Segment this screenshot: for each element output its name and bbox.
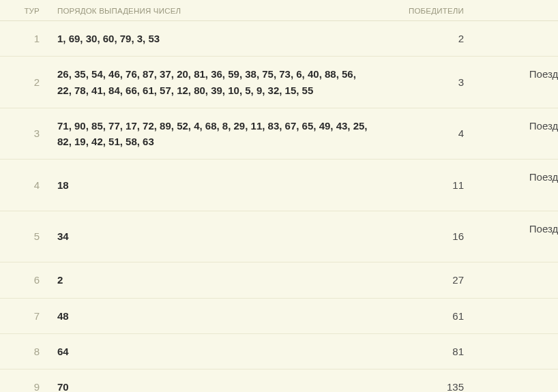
cell-prize: 41 481 bbox=[478, 262, 558, 298]
cell-numbers: 2 bbox=[52, 262, 377, 298]
results-table: ТУР ПОРЯДОК ВЫПАДЕНИЯ ЧИСЕЛ ПОБЕДИТЕЛИ В… bbox=[0, 0, 558, 392]
cell-winners: 3 bbox=[377, 57, 478, 108]
cell-round: 2 bbox=[0, 57, 52, 108]
table-row: 1 1, 69, 30, 60, 79, 3, 53 2 210 000 bbox=[0, 21, 558, 57]
table-row: 4 18 11 Поездка в Санкт-Петербург bbox=[0, 160, 558, 211]
table-row: 9 70 135 5 000 bbox=[0, 370, 558, 393]
cell-winners: 11 bbox=[377, 160, 478, 211]
cell-numbers: 34 bbox=[52, 211, 377, 262]
cell-prize: Поездка в Санкт-Петербург bbox=[478, 160, 558, 211]
cell-numbers: 18 bbox=[52, 160, 377, 211]
cell-winners: 135 bbox=[377, 370, 478, 393]
results-table-container: ТУР ПОРЯДОК ВЫПАДЕНИЯ ЧИСЕЛ ПОБЕДИТЕЛИ В… bbox=[0, 0, 558, 392]
cell-winners: 2 bbox=[377, 21, 478, 57]
table-row: 7 48 61 5 000 bbox=[0, 298, 558, 333]
cell-numbers: 1, 69, 30, 60, 79, 3, 53 bbox=[52, 21, 377, 57]
cell-round: 1 bbox=[0, 21, 52, 57]
cell-round: 4 bbox=[0, 160, 52, 211]
header-prize: ВЫИГРЫШ bbox=[478, 0, 558, 21]
cell-prize: 5 000 bbox=[478, 298, 558, 333]
cell-winners: 61 bbox=[377, 298, 478, 333]
cell-winners: 4 bbox=[377, 108, 478, 160]
cell-round: 8 bbox=[0, 333, 52, 369]
cell-round: 9 bbox=[0, 370, 52, 393]
cell-winners: 27 bbox=[377, 262, 478, 298]
cell-prize: 5 000 bbox=[478, 333, 558, 369]
table-row: 3 71, 90, 85, 77, 17, 72, 89, 52, 4, 68,… bbox=[0, 108, 558, 160]
cell-round: 5 bbox=[0, 211, 52, 262]
cell-numbers: 64 bbox=[52, 333, 377, 369]
cell-prize: Поездка в Санкт-Петербург bbox=[478, 108, 558, 160]
header-numbers: ПОРЯДОК ВЫПАДЕНИЯ ЧИСЕЛ bbox=[52, 0, 377, 21]
cell-numbers: 70 bbox=[52, 370, 377, 393]
cell-prize: Поездка в Санкт-Петербург bbox=[478, 57, 558, 108]
cell-prize: Поездка в Санкт-Петербург bbox=[478, 211, 558, 262]
header-round: ТУР bbox=[0, 0, 52, 21]
table-row: 5 34 16 Поездка в Санкт-Петербург bbox=[0, 211, 558, 262]
table-row: 8 64 81 5 000 bbox=[0, 333, 558, 369]
table-row: 2 26, 35, 54, 46, 76, 87, 37, 20, 81, 36… bbox=[0, 57, 558, 108]
cell-round: 3 bbox=[0, 108, 52, 160]
table-body: 1 1, 69, 30, 60, 79, 3, 53 2 210 000 2 2… bbox=[0, 21, 558, 393]
cell-winners: 16 bbox=[377, 211, 478, 262]
cell-round: 6 bbox=[0, 262, 52, 298]
cell-winners: 81 bbox=[377, 333, 478, 369]
cell-prize: 210 000 bbox=[478, 21, 558, 57]
cell-numbers: 71, 90, 85, 77, 17, 72, 89, 52, 4, 68, 8… bbox=[52, 108, 377, 160]
cell-round: 7 bbox=[0, 298, 52, 333]
cell-numbers: 48 bbox=[52, 298, 377, 333]
cell-numbers: 26, 35, 54, 46, 76, 87, 37, 20, 81, 36, … bbox=[52, 57, 377, 108]
table-row: 6 2 27 41 481 bbox=[0, 262, 558, 298]
header-row: ТУР ПОРЯДОК ВЫПАДЕНИЯ ЧИСЕЛ ПОБЕДИТЕЛИ В… bbox=[0, 0, 558, 21]
cell-prize: 5 000 bbox=[478, 370, 558, 393]
header-winners: ПОБЕДИТЕЛИ bbox=[377, 0, 478, 21]
